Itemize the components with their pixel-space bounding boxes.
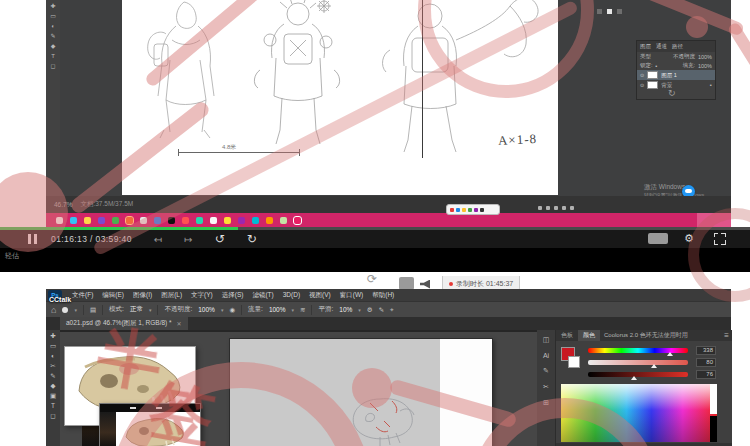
menu-filter[interactable]: 滤镜(T) [252, 291, 273, 300]
tools-panel[interactable]: ✚ ▭ ◐ ✂ ✎ ◆ ▣ T ◻ [46, 330, 60, 446]
layer-row-background[interactable]: ⊙ 背景 ▪ [637, 80, 715, 90]
system-tray-icons[interactable] [538, 206, 574, 210]
menu-type[interactable]: 文字(Y) [191, 291, 213, 300]
tab-channels[interactable]: 通道 [656, 43, 667, 50]
saturation-value[interactable]: 80 [696, 358, 716, 367]
opacity-value[interactable]: 100% [198, 306, 215, 313]
brush-tool-icon[interactable]: ✎ [50, 372, 55, 379]
hue-slider[interactable] [588, 348, 688, 353]
text-tool-icon[interactable]: T [51, 53, 55, 59]
chevron-down-icon: ▾ [292, 307, 295, 313]
portrait-panel-icon[interactable]: ◫ [543, 336, 550, 344]
symmetry-icon[interactable]: ⌖ [390, 306, 394, 314]
brush-tool-icon[interactable]: ✎ [50, 33, 55, 39]
fill-value[interactable]: 100% [698, 63, 712, 69]
lasso-tool-icon[interactable]: ◐ [51, 352, 55, 359]
visibility-eye-icon[interactable]: ⊙ [640, 72, 644, 78]
zoom-percent[interactable]: 46.7% [54, 201, 72, 208]
menu-edit[interactable]: 编辑(E) [102, 291, 124, 300]
visibility-eye-icon[interactable]: ⊙ [640, 82, 644, 88]
brightness-slider[interactable] [588, 372, 688, 377]
cctalk-watermark-label: CCtalk [49, 296, 71, 303]
fill-label: 填充: [682, 62, 695, 69]
document-tab[interactable]: a021.psd @ 46.7%(图层 1, RGB/8) * ✕ [60, 317, 188, 330]
document-canvas[interactable] [229, 338, 493, 446]
shape-tool-icon[interactable]: ◻ [50, 412, 55, 419]
layer-row-selected[interactable]: ⊙ 图层 1 [637, 70, 715, 80]
layer-thumbnail [647, 71, 658, 79]
tab-paths[interactable]: 路径 [672, 43, 683, 50]
menu-window[interactable]: 窗口(W) [340, 291, 363, 300]
eraser-tool-icon[interactable]: ▣ [50, 392, 56, 399]
brightness-value[interactable]: 76 [696, 370, 716, 379]
pressure-size-icon[interactable]: ✎ [379, 306, 384, 314]
flow-value[interactable]: 100% [269, 306, 286, 313]
home-icon[interactable]: ⌂ [51, 305, 56, 315]
text-tool-icon[interactable]: T [51, 402, 55, 409]
background-color-swatch[interactable] [568, 356, 580, 368]
brush-panel-icon[interactable]: ✎ [543, 367, 549, 375]
document-tab-title: a021.psd @ 46.7%(图层 1, RGB/8) * [66, 319, 172, 328]
grid-panel-icon[interactable]: ⊞ [543, 399, 549, 407]
panel-collapse-icons[interactable] [597, 9, 622, 14]
lasso-tool-icon[interactable]: ◐ [51, 23, 55, 29]
airbrush-icon[interactable]: ≋ [300, 306, 305, 314]
tab-swatches[interactable]: 色板 [556, 330, 578, 341]
brush-preview-icon[interactable] [62, 307, 68, 313]
saturation-slider[interactable] [588, 360, 688, 365]
pause-button[interactable] [28, 234, 37, 244]
move-tool-icon[interactable]: ✚ [50, 3, 55, 9]
taskbar-clock-area[interactable] [697, 213, 731, 227]
frame-tool-icon[interactable]: ◻ [51, 63, 56, 69]
menu-select[interactable]: 选择(S) [222, 291, 244, 300]
color-field[interactable] [561, 384, 717, 442]
menu-file[interactable]: 文件(F) [72, 291, 93, 300]
gear-icon[interactable]: ⚙ [684, 232, 694, 245]
windows-taskbar[interactable] [46, 213, 731, 227]
close-icon[interactable]: ✕ [177, 320, 182, 327]
fullscreen-icon[interactable] [714, 233, 726, 245]
panel-menu-icon[interactable]: ≡ [724, 331, 729, 340]
step-forward-icon[interactable]: ↦ [184, 234, 192, 245]
shape-tool-icon[interactable]: ◆ [51, 43, 56, 49]
cut-panel-icon[interactable]: ✂ [543, 383, 549, 391]
stamp-tool-icon[interactable]: ◆ [51, 382, 56, 389]
menu-view[interactable]: 视图(V) [309, 291, 331, 300]
panel-icon-strip[interactable]: ◫ Ai ✎ ✂ ⊞ [537, 330, 555, 446]
reference-window-titlebar[interactable] [100, 404, 200, 412]
pressure-opacity-icon[interactable]: ◉ [229, 306, 235, 314]
marquee-tool-icon[interactable]: ▭ [50, 342, 56, 349]
tab-color[interactable]: 颜色 [578, 330, 600, 341]
refresh-icon[interactable]: ⟳ [367, 272, 377, 286]
top-ps-toolbar[interactable]: ✚ ▭ ◐ ✎ ◆ T ◻ [46, 0, 60, 199]
annotation-toolbar[interactable] [446, 204, 500, 215]
tab-coolorus[interactable]: Coolorus 2.0 色环无法使用时用 [600, 331, 692, 340]
reference-window-skull-small[interactable] [99, 403, 201, 446]
speaker-icon[interactable] [420, 280, 430, 289]
canvas-area[interactable] [60, 330, 537, 446]
menu-layer[interactable]: 图层(L) [161, 291, 182, 300]
tab-layers[interactable]: 图层 [640, 43, 651, 50]
top-canvas[interactable]: 4.8米 A×1-8 [122, 0, 558, 195]
menu-help[interactable]: 帮助(H) [372, 291, 394, 300]
menu-image[interactable]: 图像(I) [133, 291, 152, 300]
move-tool-icon[interactable]: ✚ [50, 332, 55, 339]
playback-speed-button[interactable] [648, 233, 668, 244]
marquee-tool-icon[interactable]: ▭ [50, 13, 56, 19]
forward-icon[interactable]: ↻ [247, 232, 257, 246]
smoothing-gear-icon[interactable]: ⚙ [367, 306, 373, 314]
taskbar-app-icons[interactable] [56, 217, 301, 224]
opacity-value[interactable]: 100% [698, 54, 712, 60]
flow-label: 流量: [248, 305, 263, 314]
panel-toggle-icon[interactable]: ▤ [90, 306, 96, 314]
lock-icon[interactable]: ▪ [656, 63, 658, 69]
smoothing-value[interactable]: 10% [339, 306, 352, 313]
menu-3d[interactable]: 3D(D) [283, 291, 300, 300]
hue-value[interactable]: 338 [696, 346, 716, 355]
mode-value[interactable]: 正常 [130, 305, 143, 314]
ai-panel-icon[interactable]: Ai [543, 352, 549, 359]
crop-tool-icon[interactable]: ✂ [50, 362, 55, 369]
step-back-icon[interactable]: ↤ [154, 234, 162, 245]
panel-extra-icon[interactable]: ↻ [668, 88, 676, 98]
replay-icon[interactable]: ↺ [215, 232, 225, 246]
